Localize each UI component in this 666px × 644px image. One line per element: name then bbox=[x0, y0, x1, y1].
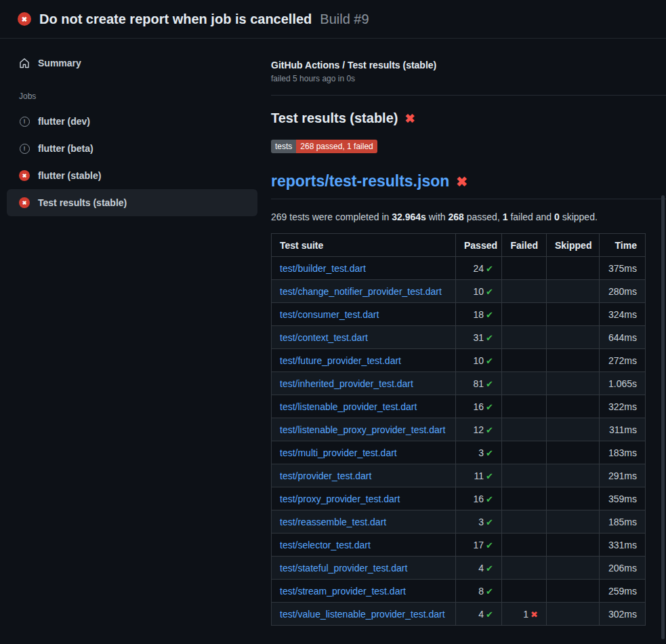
skipped-cell bbox=[547, 464, 600, 487]
cross-icon: ✖ bbox=[530, 609, 538, 620]
test-suite-link[interactable]: test/builder_test.dart bbox=[280, 263, 366, 274]
header: ✖ Do not create report when job is cance… bbox=[0, 0, 666, 39]
passed-cell: 16✔ bbox=[456, 395, 502, 418]
failed-cell bbox=[502, 326, 547, 349]
test-suite-cell: test/reassemble_test.dart bbox=[272, 510, 456, 534]
page-title: Do not create report when job is cancell… bbox=[39, 12, 312, 27]
skipped-cell bbox=[547, 280, 600, 303]
exclaim-glyph: ! bbox=[20, 117, 30, 127]
test-suite-cell: test/listenable_proxy_provider_test.dart bbox=[272, 418, 456, 441]
failed-cell bbox=[502, 534, 547, 557]
table-row: test/context_test.dart31✔644ms bbox=[272, 326, 646, 349]
sidebar-item-test-results-stable[interactable]: ✖ Test results (stable) bbox=[7, 189, 257, 216]
passed-cell: 4✔ bbox=[456, 557, 502, 580]
skipped-cell bbox=[547, 441, 600, 464]
time-cell: 183ms bbox=[600, 441, 646, 464]
time-cell: 291ms bbox=[600, 464, 646, 487]
col-header-passed: Passed bbox=[456, 234, 502, 257]
failed-status-icon: ✖ bbox=[19, 170, 30, 181]
table-row: test/stateful_provider_test.dart4✔206ms bbox=[272, 557, 646, 580]
test-suite-link[interactable]: test/future_provider_test.dart bbox=[280, 355, 401, 366]
test-suite-cell: test/stateful_provider_test.dart bbox=[272, 557, 456, 580]
sidebar: Summary Jobs ! flutter (dev) ! flutter (… bbox=[0, 39, 264, 216]
skipped-cell bbox=[547, 603, 600, 626]
vertical-scrollbar[interactable] bbox=[661, 195, 665, 639]
skipped-cell bbox=[547, 557, 600, 580]
test-suite-link[interactable]: test/provider_test.dart bbox=[280, 470, 371, 481]
badge-value: 268 passed, 1 failed bbox=[296, 140, 377, 153]
failed-cell bbox=[502, 557, 547, 580]
check-icon: ✔ bbox=[486, 287, 493, 297]
passed-cell: 10✔ bbox=[456, 349, 502, 372]
test-suite-link[interactable]: test/selector_test.dart bbox=[280, 540, 371, 550]
time-cell: 259ms bbox=[600, 580, 646, 603]
check-icon: ✔ bbox=[486, 356, 493, 366]
check-icon: ✔ bbox=[486, 264, 493, 274]
run-meta: failed 5 hours ago in 0s bbox=[271, 74, 666, 83]
check-icon: ✔ bbox=[486, 609, 493, 620]
table-row: test/selector_test.dart17✔331ms bbox=[272, 534, 646, 557]
table-row: test/future_provider_test.dart10✔272ms bbox=[272, 349, 646, 372]
time-cell: 302ms bbox=[600, 603, 646, 626]
test-suite-link[interactable]: test/stateful_provider_test.dart bbox=[280, 563, 407, 573]
sidebar-item-flutter-dev[interactable]: ! flutter (dev) bbox=[7, 108, 257, 135]
test-suite-cell: test/inherited_provider_test.dart bbox=[272, 372, 456, 395]
badge-label: tests bbox=[271, 140, 296, 153]
col-header-test-suite: Test suite bbox=[272, 234, 456, 257]
failed-cell bbox=[502, 510, 547, 534]
time-cell: 322ms bbox=[600, 395, 646, 418]
failed-status-icon: ✖ bbox=[19, 197, 30, 208]
test-suite-link[interactable]: test/value_listenable_provider_test.dart bbox=[280, 609, 445, 620]
test-suite-link[interactable]: test/listenable_proxy_provider_test.dart bbox=[280, 424, 445, 435]
time-cell: 331ms bbox=[600, 534, 646, 557]
test-suite-link[interactable]: test/stream_provider_test.dart bbox=[280, 586, 406, 597]
test-suite-link[interactable]: test/reassemble_test.dart bbox=[280, 517, 386, 527]
time-cell: 311ms bbox=[600, 418, 646, 441]
test-suite-link[interactable]: test/change_notifier_provider_test.dart bbox=[280, 286, 442, 297]
check-icon: ✔ bbox=[486, 425, 493, 435]
test-suite-link[interactable]: test/consumer_test.dart bbox=[280, 309, 379, 320]
failed-cell bbox=[502, 257, 547, 280]
test-suite-link[interactable]: test/context_test.dart bbox=[280, 332, 368, 343]
test-suite-link[interactable]: test/inherited_provider_test.dart bbox=[280, 378, 413, 389]
passed-cell: 4✔ bbox=[456, 603, 502, 626]
test-suite-link[interactable]: test/listenable_provider_test.dart bbox=[280, 401, 417, 412]
col-header-skipped: Skipped bbox=[547, 234, 600, 257]
test-suite-link[interactable]: test/proxy_provider_test.dart bbox=[280, 494, 400, 504]
sidebar-item-flutter-beta[interactable]: ! flutter (beta) bbox=[7, 135, 257, 162]
test-suite-cell: test/multi_provider_test.dart bbox=[272, 441, 456, 464]
time-cell: 280ms bbox=[600, 280, 646, 303]
report-file-link[interactable]: reports/test-results.json bbox=[271, 172, 449, 190]
check-icon: ✔ bbox=[486, 471, 493, 481]
test-suite-cell: test/context_test.dart bbox=[272, 326, 456, 349]
sidebar-item-label: Test results (stable) bbox=[38, 197, 127, 208]
check-icon: ✔ bbox=[486, 540, 493, 550]
failed-cell bbox=[502, 303, 547, 326]
table-row: test/inherited_provider_test.dart81✔1.06… bbox=[272, 372, 646, 395]
check-icon: ✔ bbox=[486, 402, 493, 412]
skipped-cell bbox=[547, 580, 600, 603]
passed-cell: 17✔ bbox=[456, 534, 502, 557]
test-suite-link[interactable]: test/multi_provider_test.dart bbox=[280, 447, 397, 458]
section-title: Test results (stable) bbox=[271, 110, 398, 126]
skipped-cell bbox=[547, 372, 600, 395]
sidebar-item-flutter-stable[interactable]: ✖ flutter (stable) bbox=[7, 162, 257, 189]
time-cell: 359ms bbox=[600, 487, 646, 510]
table-row: test/provider_test.dart11✔291ms bbox=[272, 464, 646, 487]
col-header-failed: Failed bbox=[502, 234, 547, 257]
table-row: test/reassemble_test.dart3✔185ms bbox=[272, 510, 646, 534]
breadcrumb: GitHub Actions / Test results (stable) bbox=[271, 60, 666, 71]
sidebar-item-label: flutter (beta) bbox=[38, 143, 93, 154]
passed-cell: 12✔ bbox=[456, 418, 502, 441]
check-icon: ✔ bbox=[486, 310, 493, 320]
time-cell: 206ms bbox=[600, 557, 646, 580]
test-suite-cell: test/selector_test.dart bbox=[272, 534, 456, 557]
failed-cell: 1✖ bbox=[502, 603, 547, 626]
test-suite-cell: test/value_listenable_provider_test.dart bbox=[272, 603, 456, 626]
sidebar-item-summary[interactable]: Summary bbox=[7, 49, 257, 77]
passed-cell: 3✔ bbox=[456, 510, 502, 534]
passed-cell: 31✔ bbox=[456, 326, 502, 349]
table-row: test/stream_provider_test.dart8✔259ms bbox=[272, 580, 646, 603]
sidebar-item-label: flutter (dev) bbox=[38, 116, 90, 127]
test-results-table: Test suite Passed Failed Skipped Time te… bbox=[271, 233, 646, 626]
